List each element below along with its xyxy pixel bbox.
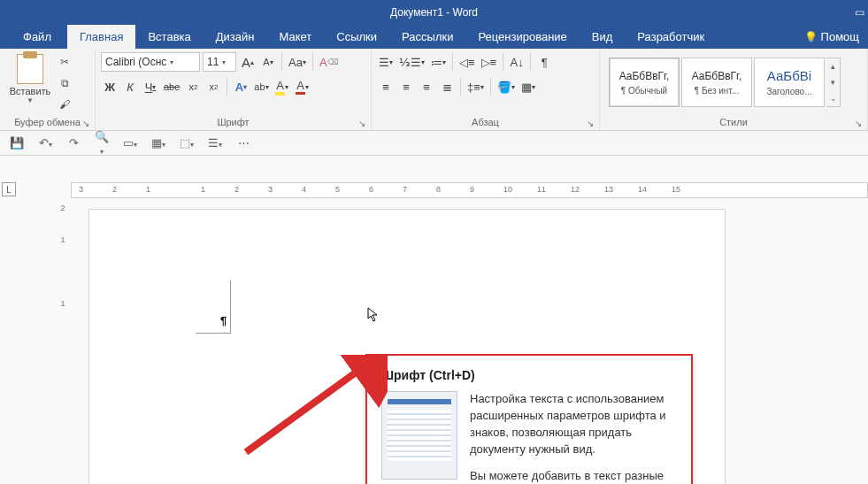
tab-mailings[interactable]: Рассылки [389,25,465,49]
tab-insert[interactable]: Вставка [135,25,203,49]
chevron-down-icon: ▾ [222,58,226,66]
tell-me[interactable]: 💡 Помощ [792,25,868,49]
chevron-down-icon: ▾ [170,58,173,66]
paragraph-mark: ¶ [220,314,227,327]
subscript-button[interactable]: x2 [184,77,202,96]
group-label-font: Шрифт ↘ [96,114,371,130]
change-case-button[interactable]: Aa▾ [287,52,308,72]
ribbon: Вставить ▼ ✂ ⧉ 🖌 Буфер обмена ↘ Calibri … [0,49,868,131]
increase-indent-button[interactable]: ▷≡ [480,52,499,72]
group-paragraph: ☰▾ ⅓☰▾ ≔▾ ◁≡ ▷≡ A↓ ¶ ≡ ≡ ≡ ≣ [372,49,600,130]
document-area: L 321123456789101112131415 211 ¶ Шрифт (… [0,156,868,484]
group-font: Calibri (Оснс ▾ 11 ▾ A▴ A▾ Aa▾ A⌫ Ж [96,49,372,130]
format-painter-button[interactable]: 🖌 [57,96,73,112]
clipboard-launcher[interactable]: ↘ [81,118,91,128]
qat-more[interactable]: ⋯ [235,136,251,150]
font-dialog-tooltip: Шрифт (Ctrl+D) Настройка текста с исполь… [365,354,693,484]
shading-button[interactable]: 🪣▾ [495,77,517,96]
justify-button[interactable]: ≣ [438,77,456,96]
find-button[interactable]: 🔍▾ [94,130,110,157]
style-no-spacing[interactable]: АаБбВвГг, ¶ Без инт... [681,58,752,107]
bold-button[interactable]: Ж [101,77,119,96]
qat-item[interactable]: ▦▾ [150,136,166,150]
grow-font-button[interactable]: A▴ [239,52,257,72]
tab-selector[interactable]: L [2,182,16,196]
separator [227,78,227,96]
scroll-up-icon[interactable]: ▴ [826,58,840,74]
separator [281,53,282,71]
char-border-button[interactable]: ab▾ [252,77,270,96]
numbering-button[interactable]: ⅓☰▾ [397,52,426,72]
text-effects-button[interactable]: A▾ [232,77,250,96]
font-color-button[interactable]: A▾ [294,77,311,96]
group-label-clipboard: Буфер обмена ↘ [0,114,95,130]
sort-button[interactable]: A↓ [508,52,526,72]
separator [312,53,313,71]
style-preview: АаБбВвГг, [619,70,670,82]
save-button[interactable]: 💾 [9,136,25,150]
line-spacing-button[interactable]: ‡≡▾ [465,77,486,96]
paragraph-launcher[interactable]: ↘ [585,118,595,128]
tooltip-text: Настройка текста с использованием расшир… [470,391,677,484]
qat-item[interactable]: ☰▾ [207,136,223,150]
expand-icon[interactable]: ⌄ [826,90,840,106]
window-controls: ▭ [855,6,864,19]
font-name-combo[interactable]: Calibri (Оснс ▾ [101,52,200,72]
separator [530,53,531,71]
show-marks-button[interactable]: ¶ [535,52,553,72]
cut-button[interactable]: ✂ [57,54,73,70]
italic-button[interactable]: К [121,77,139,96]
shrink-font-button[interactable]: A▾ [259,52,277,72]
clear-formatting-button[interactable]: A⌫ [318,52,341,72]
styles-launcher[interactable]: ↘ [853,118,864,128]
ribbon-display-options-icon[interactable]: ▭ [855,6,864,19]
tab-review[interactable]: Рецензирование [465,25,579,49]
tooltip-paragraph: Вы можете добавить в текст разные стили … [470,468,677,484]
scroll-down-icon[interactable]: ▾ [826,74,840,90]
copy-button[interactable]: ⧉ [57,75,73,91]
tooltip-paragraph: Настройка текста с использованием расшир… [470,391,677,457]
tooltip-title: Шрифт (Ctrl+D) [381,368,677,382]
style-normal[interactable]: АаБбВвГг, ¶ Обычный [609,58,680,107]
styles-gallery-more[interactable]: ▴ ▾ ⌄ [826,58,841,107]
multilevel-list-button[interactable]: ≔▾ [429,52,448,72]
separator [503,53,503,71]
highlight-button[interactable]: A▾ [273,77,291,96]
align-left-button[interactable]: ≡ [377,77,395,96]
underline-button[interactable]: Ч▾ [142,77,159,96]
tab-design[interactable]: Дизайн [204,25,267,49]
bullets-button[interactable]: ☰▾ [377,52,395,72]
font-launcher[interactable]: ↘ [357,118,367,128]
paste-label: Вставить [10,86,51,96]
strikethrough-button[interactable]: abe [162,77,181,96]
tab-file[interactable]: Файл [7,25,67,49]
window-title: Документ1 - Word [390,6,478,19]
tab-developer[interactable]: Разработчик [625,25,717,49]
horizontal-ruler[interactable]: 321123456789101112131415 [71,182,868,198]
tab-home[interactable]: Главная [67,25,135,49]
align-right-button[interactable]: ≡ [418,77,435,96]
qat-item[interactable]: ▭▾ [122,136,138,150]
align-center-button[interactable]: ≡ [397,77,415,96]
tab-layout[interactable]: Макет [266,25,324,49]
style-name: Заголово... [767,87,812,96]
redo-button[interactable]: ↷ [65,136,81,150]
font-name-value: Calibri (Оснс [105,56,166,68]
font-size-combo[interactable]: 11 ▾ [203,52,236,72]
style-heading1[interactable]: АаБбВі Заголово... [754,58,825,107]
vertical-ruler[interactable]: 211 [57,204,69,331]
group-styles: АаБбВвГг, ¶ Обычный АаБбВвГг, ¶ Без инт.… [600,49,868,130]
bulb-icon: 💡 [804,31,818,43]
paste-button[interactable]: Вставить ▼ [5,52,55,104]
undo-button[interactable]: ↶▾ [37,136,53,150]
separator [490,78,491,96]
decrease-indent-button[interactable]: ◁≡ [457,52,477,72]
title-bar: Документ1 - Word ▭ [0,0,868,25]
borders-button[interactable]: ▦▾ [519,77,537,96]
tab-references[interactable]: Ссылки [324,25,389,49]
group-clipboard: Вставить ▼ ✂ ⧉ 🖌 Буфер обмена ↘ [0,49,96,130]
group-label-styles: Стили ↘ [600,114,867,130]
superscript-button[interactable]: x2 [204,77,222,96]
tab-view[interactable]: Вид [580,25,626,49]
qat-item[interactable]: ⬚▾ [179,136,195,150]
